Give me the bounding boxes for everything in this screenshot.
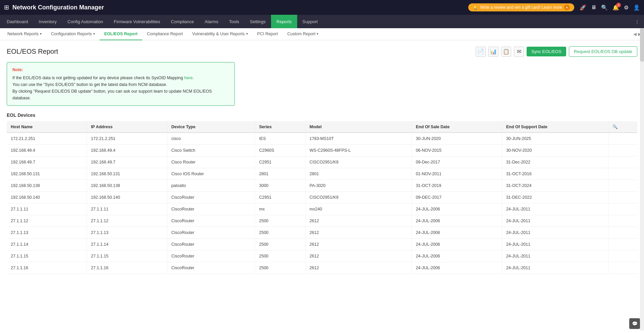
cell-end-sale: 24-JUL-2006 — [412, 239, 502, 250]
cell-hostname: 27.1.1.15 — [7, 250, 87, 262]
notifications-icon[interactable]: 🔔 2 — [612, 4, 619, 11]
nav-item-settings[interactable]: Settings — [245, 15, 271, 28]
title-actions: 📄 📊 📋 ✉ Sync EOL/EOS Request EOL/EOS DB … — [476, 46, 637, 57]
subnav-custom-report-chevron: ▾ — [317, 32, 318, 36]
cell-model: 1783-MS10T — [305, 133, 412, 145]
table-row[interactable]: 27.1.1.15 27.1.1.15 CiscoRouter 2500 261… — [7, 250, 637, 262]
cell-device-type: CiscoRouter — [167, 215, 255, 227]
cell-series: C2960S — [255, 145, 305, 156]
cell-end-support: 24-JUL-2011 — [502, 262, 608, 274]
nav-item-tools[interactable]: Tools — [224, 15, 245, 28]
cell-device-type: CiscoRouter — [167, 250, 255, 262]
cell-action — [608, 192, 637, 203]
rocket-icon[interactable]: 🚀 — [580, 4, 586, 11]
subnav-vulnerability-user-reports[interactable]: Vulnerability & User Reports ▾ — [187, 28, 253, 40]
top-bar-icons: 🚀 🖥 🔍 🔔 2 ⚙ 👤 — [580, 4, 640, 11]
app-title: Network Configuration Manager — [12, 4, 468, 11]
cell-hostname: 27.1.1.11 — [7, 203, 87, 215]
note-box: Note: If the EOL/EOS data is not getting… — [7, 62, 235, 106]
subnav-eol-eos-report[interactable]: EOL/EOS Report — [100, 28, 142, 40]
cell-model: mx240 — [305, 203, 412, 215]
nav-item-config-automation[interactable]: Config Automation — [62, 15, 108, 28]
cell-ip: 192.168.49.4 — [87, 145, 167, 156]
nav-item-compliance[interactable]: Compliance — [166, 15, 200, 28]
cell-ip: 192.168.50.140 — [87, 192, 167, 203]
cell-action — [608, 262, 637, 274]
nav-item-inventory[interactable]: Inventory — [34, 15, 62, 28]
cell-model: CISCO2951/K9 — [305, 192, 412, 203]
app-grid-icon[interactable]: ⊞ — [4, 4, 9, 11]
nav-more-icon[interactable]: ⋮ — [632, 19, 643, 24]
page-content: EOL/EOS Report 📄 📊 📋 ✉ Sync EOL/EOS Requ… — [0, 40, 644, 280]
cell-action — [608, 215, 637, 227]
nav-item-firmware-vulnerabilities[interactable]: Firmware Vulnerabilities — [108, 15, 165, 28]
cell-ip: 172.21.2.251 — [87, 133, 167, 145]
subnav-pci-report[interactable]: PCI Report — [253, 28, 283, 40]
note-link[interactable]: here — [184, 76, 193, 80]
cell-model: 2612 — [305, 239, 412, 250]
cell-end-support: 31-Dec-2022 — [502, 156, 608, 168]
table-row[interactable]: 27.1.1.14 27.1.1.14 CiscoRouter 2500 261… — [7, 239, 637, 250]
user-avatar[interactable]: 👤 — [633, 4, 640, 11]
nav-item-support[interactable]: Support — [297, 15, 323, 28]
subnav-custom-report-label: Custom Report — [287, 32, 315, 36]
cell-end-support: 24-JUL-2011 — [502, 215, 608, 227]
request-eol-eos-db-update-button[interactable]: Request EOL/EOS DB update — [569, 46, 637, 57]
cell-series: 2500 — [255, 239, 305, 250]
table-row[interactable]: 192.168.50.140 192.168.50.140 CiscoRoute… — [7, 192, 637, 203]
subnav-compliance-report-label: Compliance Report — [147, 32, 183, 36]
nav-item-alarms[interactable]: Alarms — [199, 15, 223, 28]
page-title-row: EOL/EOS Report 📄 📊 📋 ✉ Sync EOL/EOS Requ… — [7, 46, 637, 57]
table-row[interactable]: 27.1.1.13 27.1.1.13 CiscoRouter 2500 261… — [7, 227, 637, 239]
export-xlsx-button[interactable]: 📊 — [488, 47, 498, 57]
table-row[interactable]: 192.168.49.4 192.168.49.4 Cisco Switch C… — [7, 145, 637, 156]
note-label: Note: — [12, 66, 229, 73]
table-row[interactable]: 192.168.50.138 192.168.50.138 paloalto 3… — [7, 180, 637, 192]
cell-action — [608, 180, 637, 192]
monitor-icon[interactable]: 🖥 — [591, 4, 596, 10]
promo-close-icon[interactable]: ✕ — [564, 5, 570, 10]
subnav-prev-arrow[interactable]: ◀ — [633, 32, 637, 37]
email-button[interactable]: ✉ — [514, 47, 524, 57]
scrollbar-thumb[interactable] — [640, 28, 644, 62]
cell-ip: 27.1.1.11 — [87, 203, 167, 215]
cell-device-type: CiscoRouter — [167, 227, 255, 239]
cell-ip: 192.168.50.138 — [87, 180, 167, 192]
subnav-network-reports[interactable]: Network Reports ▾ — [3, 28, 46, 40]
cell-end-sale: 06-NOV-2015 — [412, 145, 502, 156]
cell-end-support: 31-OCT-2016 — [502, 168, 608, 180]
export-csv-button[interactable]: 📋 — [501, 47, 511, 57]
cell-end-sale: 24-JUL-2006 — [412, 227, 502, 239]
cell-ip: 27.1.1.16 — [87, 262, 167, 274]
table-row[interactable]: 27.1.1.12 27.1.1.12 CiscoRouter 2500 261… — [7, 215, 637, 227]
table-row[interactable]: 192.168.50.131 192.168.50.131 Cisco IOS … — [7, 168, 637, 180]
scrollbar[interactable] — [640, 28, 644, 280]
table-row[interactable]: 27.1.1.11 27.1.1.11 CiscoRouter mx mx240… — [7, 203, 637, 215]
cell-device-type: CiscoRouter — [167, 203, 255, 215]
col-series: Series — [255, 121, 305, 133]
promo-banner[interactable]: 🔔 Write a review and win a gift card! Le… — [468, 3, 574, 11]
cell-end-sale: 09-DEC-2017 — [412, 192, 502, 203]
search-icon[interactable]: 🔍 — [601, 4, 608, 11]
table-row[interactable]: 27.1.1.16 27.1.1.16 CiscoRouter 2500 261… — [7, 262, 637, 274]
cell-series: C2951 — [255, 192, 305, 203]
cell-hostname: 27.1.1.12 — [7, 215, 87, 227]
subnav-configuration-reports[interactable]: Configuration Reports ▾ — [46, 28, 100, 40]
cell-ip: 192.168.49.7 — [87, 156, 167, 168]
table-row[interactable]: 192.168.49.7 192.168.49.7 Cisco Router C… — [7, 156, 637, 168]
sync-eol-eos-button[interactable]: Sync EOL/EOS — [527, 47, 566, 56]
table-row[interactable]: 172.21.2.251 172.21.2.251 cisco IES 1783… — [7, 133, 637, 145]
col-search[interactable]: 🔍 — [608, 121, 637, 133]
eol-devices-table: Host Name IP Address Device Type Series … — [7, 121, 637, 274]
notifications-badge: 2 — [616, 3, 621, 7]
nav-item-reports[interactable]: Reports — [271, 15, 297, 28]
cell-device-type: Cisco IOS Router — [167, 168, 255, 180]
subnav-custom-report[interactable]: Custom Report ▾ — [282, 28, 323, 40]
nav-item-dashboard[interactable]: Dashboard — [1, 15, 34, 28]
cell-ip: 27.1.1.15 — [87, 250, 167, 262]
subnav-compliance-report[interactable]: Compliance Report — [142, 28, 187, 40]
export-pdf-button[interactable]: 📄 — [476, 47, 486, 57]
settings-icon[interactable]: ⚙ — [624, 4, 629, 11]
cell-series: 2500 — [255, 262, 305, 274]
cell-action — [608, 133, 637, 145]
